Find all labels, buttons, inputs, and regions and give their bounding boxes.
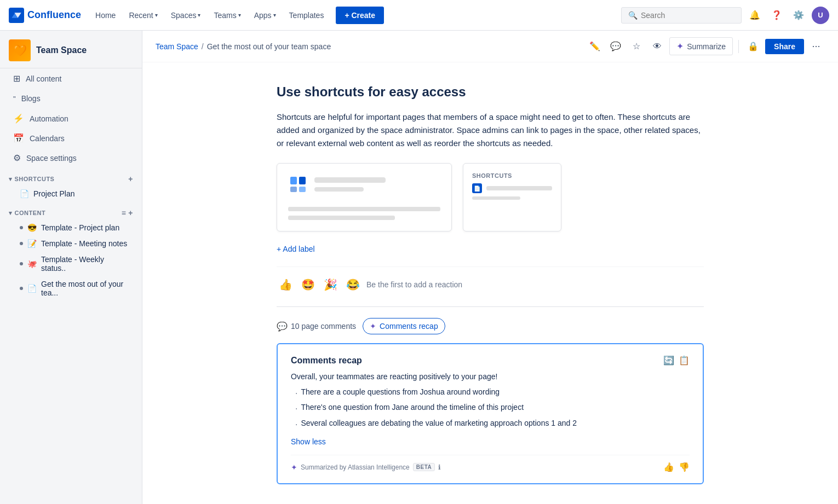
shortcut-row-1: 📄	[472, 183, 552, 193]
summarize-button[interactable]: ✦ Summarize	[669, 37, 733, 55]
get-most-out-emoji: 📄	[27, 284, 37, 293]
comment-icon: 💬	[277, 321, 288, 332]
feedback-thumbsup-button[interactable]: 👍	[663, 462, 674, 472]
content-item-label: Get the most out of your tea...	[41, 280, 129, 297]
sidebar-item-automation[interactable]: ⚡ Automation	[4, 109, 137, 128]
search-input[interactable]	[641, 11, 734, 20]
breadcrumb-space[interactable]: Team Space	[156, 42, 198, 51]
logo[interactable]: Confluence	[9, 8, 81, 23]
add-label-button[interactable]: + Add label	[277, 245, 704, 253]
recap-bullets: There are a couple questions from Joshua…	[291, 387, 690, 431]
user-avatar[interactable]: U	[812, 7, 829, 24]
reaction-thumbsup[interactable]: 👍	[277, 276, 295, 293]
reaction-cta[interactable]: Be the first to add a reaction	[366, 280, 462, 289]
share-button[interactable]: Share	[765, 39, 804, 54]
blogs-icon: "	[13, 95, 16, 103]
nav-spaces[interactable]: Spaces▾	[165, 8, 206, 23]
edit-button[interactable]: ✏️	[586, 38, 604, 55]
summarize-icon: ✦	[676, 41, 684, 51]
content-section-actions: ≡ +	[122, 208, 133, 217]
shortcut-project-plan[interactable]: 📄 Project Plan	[4, 186, 137, 201]
sidebar: 🧡 Team Space ⊞ All content " Blogs + ⚡ A…	[0, 31, 142, 504]
sidebar-item-calendars[interactable]: 📅 Calendars	[4, 129, 137, 148]
logo-text: Confluence	[27, 9, 81, 21]
notifications-button[interactable]: 🔔	[746, 7, 764, 24]
reaction-party[interactable]: 🎉	[322, 276, 340, 293]
create-button[interactable]: + Create	[336, 7, 384, 24]
settings-icon: ⚙	[13, 153, 21, 163]
shortcut-label: Project Plan	[33, 189, 74, 198]
settings-button[interactable]: ⚙️	[790, 7, 807, 24]
content-filter-button[interactable]: ≡	[122, 208, 127, 217]
shortcuts-add-button[interactable]: +	[128, 175, 133, 183]
recap-btn-label: Comments recap	[380, 322, 438, 331]
content-add-button[interactable]: +	[128, 208, 133, 217]
nav-recent[interactable]: Recent▾	[123, 8, 163, 23]
topnav-right-section: 🔍 🔔 ❓ ⚙️ U	[621, 7, 829, 24]
svg-rect-3	[290, 187, 297, 192]
comments-recap-button[interactable]: ✦ Comments recap	[363, 318, 445, 334]
search-box[interactable]: 🔍	[621, 7, 742, 24]
main-layout: 🧡 Team Space ⊞ All content " Blogs + ⚡ A…	[0, 0, 838, 504]
inline-comment-button[interactable]: 💬	[607, 38, 624, 55]
feedback-thumbsdown-button[interactable]: 👎	[679, 462, 690, 472]
sidebar-item-blogs[interactable]: " Blogs +	[4, 89, 137, 108]
attribution-text: Summarized by Atlassian Intelligence	[301, 464, 410, 471]
content-item-get-most-out[interactable]: 📄 Get the most out of your tea...	[4, 276, 137, 300]
project-plan-icon: 📄	[20, 189, 29, 198]
reactions-row: 👍 🤩 🎉 😂 Be the first to add a reaction	[277, 267, 704, 302]
breadcrumb: Team Space / Get the most out of your te…	[156, 42, 586, 51]
main-content: Team Space / Get the most out of your te…	[142, 31, 838, 504]
bullet-icon	[20, 287, 23, 290]
recap-card: Comments recap 🔄 📋 Overall, your teammat…	[277, 343, 704, 484]
recap-footer: ✦ Summarized by Atlassian Intelligence B…	[291, 455, 690, 472]
bullet-icon	[20, 242, 23, 245]
sidebar-item-all-content[interactable]: ⊞ All content	[4, 69, 137, 88]
content-toggle[interactable]: ▾	[9, 210, 13, 217]
top-navigation: Confluence Home Recent▾ Spaces▾ Teams▾ A…	[0, 0, 838, 31]
content-item-label: Template - Weekly status..	[41, 255, 129, 273]
shortcuts-toggle[interactable]: ▾	[9, 176, 13, 183]
shortcut-line-2	[314, 187, 364, 192]
bullet-icon	[20, 226, 23, 229]
nav-teams[interactable]: Teams▾	[208, 8, 246, 23]
shortcut-card-left	[277, 163, 452, 231]
show-less-button[interactable]: Show less	[291, 437, 326, 446]
sidebar-item-label: Calendars	[30, 134, 129, 143]
sidebar-item-label: All content	[26, 74, 129, 83]
bullet-icon	[20, 262, 23, 265]
reaction-laugh[interactable]: 😂	[344, 276, 362, 293]
comments-count-text: 10 page comments	[291, 322, 356, 331]
reaction-star[interactable]: 🤩	[299, 276, 317, 293]
more-actions-button[interactable]: ···	[807, 38, 825, 55]
help-button[interactable]: ❓	[768, 7, 785, 24]
nav-templates[interactable]: Templates	[284, 8, 330, 23]
content-item-label: Template - Meeting notes	[41, 239, 127, 248]
recap-attribution: ✦ Summarized by Atlassian Intelligence B…	[291, 463, 441, 472]
shortcut-item-line	[486, 186, 552, 190]
lock-button[interactable]: 🔒	[744, 38, 762, 55]
nav-apps[interactable]: Apps▾	[249, 8, 282, 23]
space-header[interactable]: 🧡 Team Space	[0, 31, 142, 68]
recap-btn-icon: ✦	[370, 322, 376, 331]
shortcuts-label: SHORTCUTS	[15, 176, 129, 182]
comments-count: 💬 10 page comments	[277, 321, 356, 332]
info-icon[interactable]: ℹ	[438, 464, 441, 471]
content-item-meeting-notes[interactable]: 📝 Template - Meeting notes	[4, 236, 137, 251]
sidebar-item-space-settings[interactable]: ⚙ Space settings	[4, 148, 137, 167]
comments-header: 💬 10 page comments ✦ Comments recap	[277, 318, 704, 334]
nav-home[interactable]: Home	[90, 8, 121, 23]
breadcrumb-page: Get the most out of your team space	[207, 42, 331, 51]
page-body-text: Shortcuts are helpful for important page…	[277, 111, 704, 150]
star-button[interactable]: ☆	[628, 38, 645, 55]
action-separator	[738, 40, 739, 53]
summarize-label: Summarize	[687, 42, 726, 51]
breadcrumb-separator: /	[202, 42, 204, 51]
content-item-weekly-status[interactable]: 🐙 Template - Weekly status..	[4, 252, 137, 276]
content-item-project-plan[interactable]: 😎 Template - Project plan	[4, 220, 137, 235]
watch-button[interactable]: 👁	[648, 38, 666, 55]
shortcut-dot: 📄	[472, 183, 482, 193]
shortcuts-preview: SHORTCUTS 📄	[277, 163, 704, 231]
recap-refresh-button[interactable]: 🔄	[663, 355, 674, 366]
recap-copy-button[interactable]: 📋	[679, 355, 690, 366]
